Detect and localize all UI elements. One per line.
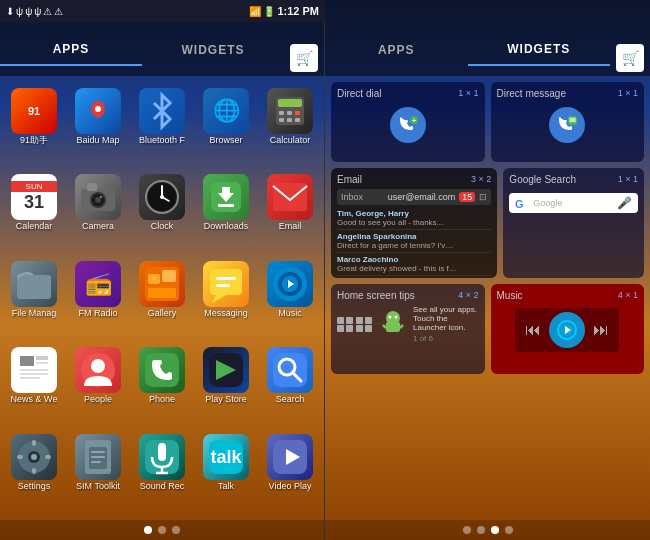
app-icon-camera (75, 174, 121, 220)
app-label-videoplayer: Video Play (269, 482, 312, 492)
svg-rect-43 (20, 356, 34, 366)
svg-line-87 (400, 325, 403, 328)
svg-rect-8 (279, 118, 284, 122)
app-label-downloads: Downloads (204, 222, 249, 232)
app-calculator[interactable]: Calculator (260, 84, 320, 166)
app-icon-gallery (139, 261, 185, 307)
email-expand: ⊡ (479, 192, 487, 202)
dot-2[interactable] (158, 526, 166, 534)
app-videoplayer[interactable]: Video Play (260, 430, 320, 512)
svg-rect-4 (278, 99, 302, 107)
google-search-box[interactable]: G Google 🎤 (509, 193, 638, 213)
app-gallery[interactable]: Gallery (132, 257, 192, 339)
app-baidumap[interactable]: Baidu Map (68, 84, 128, 166)
svg-point-59 (31, 454, 37, 460)
tab-widgets-left[interactable]: WIDGETS (142, 33, 284, 65)
svg-point-32 (152, 276, 156, 280)
email-inbox-label: Inbox (341, 192, 363, 202)
app-filemanager[interactable]: File Manag (4, 257, 64, 339)
prev-icon[interactable]: ⏮ (525, 321, 541, 339)
svg-marker-34 (212, 295, 226, 303)
widget-home-tips[interactable]: Home screen tips 4 × 2 (331, 284, 485, 374)
dot-1[interactable] (144, 526, 152, 534)
app-messaging[interactable]: Messaging (196, 257, 256, 339)
app-newsweb[interactable]: News & We (4, 343, 64, 425)
email-item-1[interactable]: Tim, George, Harry Good to see you all -… (337, 207, 491, 230)
email-sender-2: Angelina Sparkonina (337, 232, 491, 241)
widget-email[interactable]: Email 3 × 2 Inbox user@email.com 15 ⊡ Ti… (331, 168, 497, 278)
widget-direct-message[interactable]: Direct message 1 × 1 ✉ (491, 82, 645, 162)
svg-line-86 (383, 325, 386, 328)
svg-rect-67 (91, 456, 105, 458)
tab-apps-right[interactable]: APPS (325, 33, 468, 65)
app-talk[interactable]: talk Talk (196, 430, 256, 512)
app-clock[interactable]: Clock (132, 170, 192, 252)
svg-rect-31 (148, 288, 176, 298)
tab-widgets-right[interactable]: WIDGETS (468, 32, 611, 66)
widget-music[interactable]: Music 4 × 1 ⏮ ⏭ (491, 284, 645, 374)
usb2-icon: ψ (16, 6, 23, 17)
app-label-91: 91助手 (20, 136, 48, 146)
email-preview-1: Good to see you all - thanks... (337, 218, 457, 227)
widget-google-search[interactable]: Google Search 1 × 1 G Google 🎤 (503, 168, 644, 278)
music-controls[interactable]: ⏮ ⏭ (515, 308, 619, 352)
app-music[interactable]: Music (260, 257, 320, 339)
app-calendar[interactable]: SUN 31 Calendar (4, 170, 64, 252)
rdot-2[interactable] (477, 526, 485, 534)
app-label-calendar: Calendar (16, 222, 53, 232)
app-soundrec[interactable]: Sound Rec (132, 430, 192, 512)
app-icon-search (267, 347, 313, 393)
svg-rect-9 (287, 118, 292, 122)
email-widget-title: Email (337, 174, 491, 185)
svg-text:+: + (412, 117, 416, 124)
rdot-4[interactable] (505, 526, 513, 534)
app-people[interactable]: People (68, 343, 128, 425)
app-icon-downloads (203, 174, 249, 220)
app-label-email: Email (279, 222, 302, 232)
svg-point-15 (95, 197, 101, 203)
email-item-3[interactable]: Marco Zaochino Great delivery showed - t… (337, 253, 491, 276)
app-icon-settings (11, 434, 57, 480)
app-phone[interactable]: Phone (132, 343, 192, 425)
store-icon-left[interactable]: 🛒 (290, 44, 318, 72)
tab-apps-left[interactable]: APPS (0, 32, 142, 66)
app-icon-fmradio: 📻 (75, 261, 121, 307)
email-item-2[interactable]: Angelina Sparkonina Direct for a game of… (337, 230, 491, 253)
play-button[interactable] (549, 312, 585, 348)
app-simtoolkit[interactable]: SIM Toolkit (68, 430, 128, 512)
app-91[interactable]: 91 91助手 (4, 84, 64, 166)
app-label-bluetooth: Bluetooth F (139, 136, 185, 146)
app-downloads[interactable]: Downloads (196, 170, 256, 252)
app-icon-bluetooth (139, 88, 185, 134)
app-bluetooth[interactable]: Bluetooth F (132, 84, 192, 166)
app-email[interactable]: Email (260, 170, 320, 252)
app-settings[interactable]: Settings (4, 430, 64, 512)
svg-text:✉: ✉ (569, 116, 576, 125)
app-browser[interactable]: 🌐 Browser (196, 84, 256, 166)
app-label-people: People (84, 395, 112, 405)
email-preview-3: Great delivery showed - this is far for.… (337, 264, 457, 273)
svg-rect-25 (222, 187, 230, 196)
svg-rect-45 (36, 362, 48, 364)
app-playstore[interactable]: Play Store (196, 343, 256, 425)
app-label-calculator: Calculator (270, 136, 311, 146)
app-fmradio[interactable]: 📻 FM Radio (68, 257, 128, 339)
app-icon-baidumap (75, 88, 121, 134)
svg-rect-83 (386, 322, 400, 332)
widget-direct-dial[interactable]: Direct dial 1 × 1 + (331, 82, 485, 162)
store-icon-right[interactable]: 🛒 (616, 44, 644, 72)
tips-text-block: See all your apps. Touch the Launcher ic… (413, 305, 479, 343)
app-camera[interactable]: Camera (68, 170, 128, 252)
page-dots-left (0, 520, 324, 540)
dot-3[interactable] (172, 526, 180, 534)
app-search[interactable]: Search (260, 343, 320, 425)
app-icon-calendar: SUN 31 (11, 174, 57, 220)
rdot-3[interactable] (491, 526, 499, 534)
svg-rect-47 (20, 373, 48, 375)
svg-text:talk: talk (210, 447, 242, 467)
app-icon-music (267, 261, 313, 307)
svg-rect-66 (91, 451, 105, 453)
widget-row-3: Home screen tips 4 × 2 (331, 284, 644, 374)
next-icon[interactable]: ⏭ (593, 321, 609, 339)
rdot-1[interactable] (463, 526, 471, 534)
